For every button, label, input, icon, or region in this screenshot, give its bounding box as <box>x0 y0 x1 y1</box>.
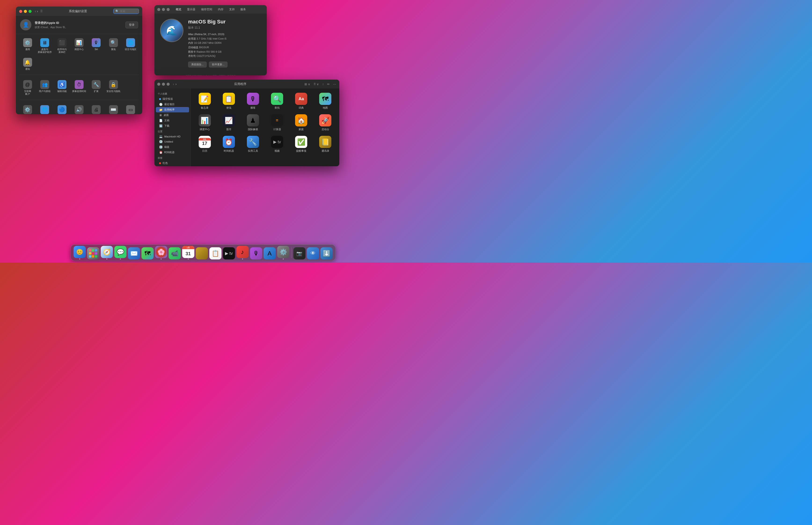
dock-gold[interactable] <box>196 247 208 259</box>
login-button[interactable]: 登录 <box>125 21 138 28</box>
dock-download[interactable]: ⬇️ <box>321 247 332 259</box>
pref-general[interactable]: ⚙️ 通用 <box>19 36 36 56</box>
software-update-button[interactable]: 软件更新... <box>209 62 228 68</box>
dock-syspref[interactable]: ⚙️ <box>277 246 289 259</box>
pref-language[interactable]: 🌐 语言与地区 <box>122 36 139 56</box>
dock-maps[interactable]: 🗺 <box>141 247 154 259</box>
dock-preview[interactable]: 👁 <box>307 247 319 259</box>
aboutmac-minimize[interactable] <box>162 8 165 11</box>
dock-launchpad[interactable] <box>87 247 99 259</box>
sidebar-item-untitled[interactable]: 💽 Untitled <box>156 139 189 144</box>
finder-back[interactable]: ‹ <box>173 82 174 86</box>
sidebar-item-documents[interactable]: 📄 文稿 <box>156 118 189 123</box>
sidebar-item-recents[interactable]: 🕐 最近项目 <box>156 102 189 107</box>
app-utilities[interactable]: 🔧 实用工具 <box>241 134 264 154</box>
forward-arrow[interactable]: › <box>37 9 38 13</box>
dock-music[interactable]: ♪ <box>236 246 249 259</box>
dock-calendar[interactable]: 1月 31 <box>182 246 194 259</box>
sidebar-item-disk[interactable]: 💽 磁盘 <box>156 144 189 150</box>
tab-storage[interactable]: 储存空间 <box>198 6 215 12</box>
search-box[interactable]: 🔍 <box>113 9 139 14</box>
pref-desktop[interactable]: 🖥 桌面与 屏幕保护程序 <box>36 36 53 56</box>
grid-icon[interactable]: ⠿ <box>40 9 43 13</box>
pref-extensions[interactable]: 🔧 扩展 <box>88 78 105 97</box>
app-contacts[interactable]: 📒 通讯录 <box>314 134 337 154</box>
pref-spotlight[interactable]: 🔍 聚焦 <box>105 36 122 56</box>
app-stocks[interactable]: 📈 股市 <box>217 112 240 133</box>
app-stickies[interactable]: 📋 便笺 <box>217 91 240 111</box>
pref-notification[interactable]: 🔔 通知 <box>19 56 36 72</box>
tab-service[interactable]: 服务 <box>237 6 249 12</box>
pref-users[interactable]: 👥 用户与群组 <box>36 78 53 97</box>
finder-close[interactable] <box>157 82 160 86</box>
sidebar-item-red[interactable]: 红色 <box>156 161 189 166</box>
pref-mission[interactable]: 📊 调度中心 <box>71 36 87 56</box>
minimize-button[interactable] <box>24 10 27 13</box>
sidebar-item-downloads[interactable]: ⬇️ 下载 <box>156 123 189 129</box>
finder-maximize[interactable] <box>167 82 170 86</box>
search-input[interactable] <box>120 10 139 13</box>
view-list-btn[interactable]: ⠿ ∨ <box>313 82 319 86</box>
dock-finder[interactable]: 😊 <box>74 246 85 259</box>
tag-btn[interactable]: ✏ <box>327 82 330 86</box>
app-calculator[interactable]: = 计算器 <box>265 112 288 133</box>
app-podcasts[interactable]: 🎙 播客 <box>241 91 264 111</box>
dock-appletv[interactable]: ▶ tv <box>223 247 235 259</box>
sidebar-item-airdrop[interactable]: 隔空投送 <box>156 96 189 102</box>
pref-softupdate[interactable]: ⚙️ 软件更新 <box>19 103 36 114</box>
app-calendar[interactable]: JUL 17 日历 <box>193 134 216 154</box>
view-grid-btn[interactable]: ⊞ ∨ <box>304 82 311 86</box>
sidebar-item-desktop[interactable]: 🖥 桌面 <box>156 112 189 118</box>
dock-facetime[interactable]: 📹 <box>169 247 181 259</box>
pref-accessibility[interactable]: ♿ 辅助功能 <box>53 78 70 97</box>
dock-podcasts[interactable]: 🎙 <box>250 247 262 259</box>
dock-photos[interactable]: 🌸 <box>155 246 167 259</box>
pref-trackpad[interactable]: ▭ 触控板 <box>122 103 139 114</box>
app-launchpad[interactable]: 🚀 启动台 <box>314 112 337 133</box>
close-button[interactable] <box>19 10 22 13</box>
aboutmac-close[interactable] <box>157 8 160 11</box>
app-home[interactable]: 🏠 家庭 <box>290 112 313 133</box>
pref-network[interactable]: 🌐 网络 <box>36 103 53 114</box>
dock-messages[interactable]: 💬 <box>114 246 126 259</box>
app-maps[interactable]: 🗺 地图 <box>314 91 337 111</box>
finder-body: 个人收藏 隔空投送 🕐 最近项目 📁 应用程序 🖥 桌面 📄 文稿 <box>154 89 339 166</box>
maximize-button[interactable] <box>29 10 32 13</box>
tab-overview[interactable]: 概览 <box>173 6 184 12</box>
dock-reminders[interactable]: 📋 <box>209 247 221 259</box>
tab-memory[interactable]: 内存 <box>215 6 226 12</box>
pref-bluetooth[interactable]: 🔵 蓝牙 <box>53 103 70 114</box>
dock-appstore[interactable]: A <box>264 247 276 259</box>
back-arrow[interactable]: ‹ <box>35 9 36 13</box>
aboutmac-maximize[interactable] <box>167 8 170 11</box>
app-tv[interactable]: ▶ tv 视频 <box>265 134 288 154</box>
app-notes[interactable]: 📝 备忘录 <box>193 91 216 111</box>
pref-siri[interactable]: 🎙 Siri <box>88 36 105 56</box>
pref-screentime[interactable]: ⏱ 屏幕使用时间 <box>71 78 87 97</box>
missioncontrol-icon: 📊 <box>199 114 211 126</box>
pref-sound[interactable]: 🔊 声音 <box>71 103 87 114</box>
dock-mail[interactable]: ✉️ <box>128 247 140 259</box>
share-btn[interactable]: ↑ <box>322 82 325 86</box>
app-find[interactable]: 🔍 查找 <box>265 91 288 111</box>
pref-dock[interactable]: ⬛ 程序坞与 菜单栏 <box>53 36 70 56</box>
pref-printer[interactable]: 🖨 打印机与 扫描仪 <box>88 103 105 114</box>
sidebar-item-macintosh[interactable]: 💻 Macintosh HD <box>156 134 189 139</box>
pref-keyboard[interactable]: ⌨️ 键盘 <box>105 103 122 114</box>
sidebar-item-applications[interactable]: 📁 应用程序 <box>156 107 189 112</box>
app-chess[interactable]: ♟ 国际象棋 <box>241 112 264 133</box>
app-dictionary[interactable]: Aa 词典 <box>290 91 313 111</box>
more-btn[interactable]: ⋯ <box>332 82 337 86</box>
tab-display[interactable]: 显示器 <box>184 6 198 12</box>
app-timemachine[interactable]: ⏰ 时间机器 <box>217 134 240 154</box>
system-report-button[interactable]: 系统报告... <box>188 62 207 68</box>
finder-minimize[interactable] <box>162 82 165 86</box>
pref-security[interactable]: 🔒 安全性与隐私 <box>105 78 122 97</box>
pref-internet[interactable]: @ 互联网 帐户 <box>19 78 36 97</box>
sidebar-item-timemachine[interactable]: ⏰ 时间机器 <box>156 150 189 155</box>
tab-support[interactable]: 支持 <box>226 6 237 12</box>
dock-safari[interactable]: 🧭 <box>100 246 113 259</box>
app-reminders[interactable]: ✅ 提醒事项 <box>290 134 313 154</box>
dock-photos2[interactable]: 📷 <box>293 247 306 259</box>
app-missioncontrol[interactable]: 📊 调度中心 <box>193 112 216 133</box>
